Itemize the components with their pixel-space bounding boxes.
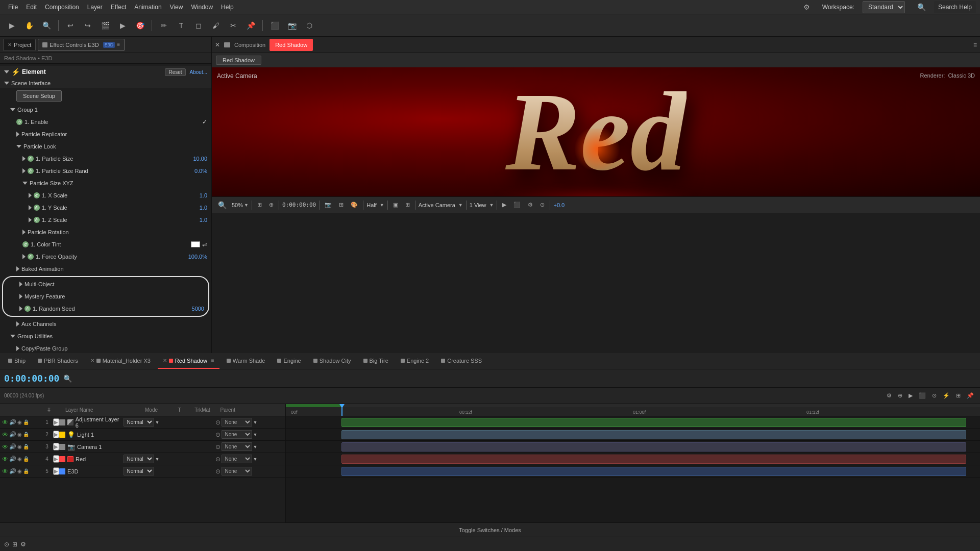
timeline-ctrl-2[interactable]: ⊕	[896, 391, 904, 400]
particle-replicator-row[interactable]: Particle Replicator	[0, 128, 211, 140]
tab-effect-controls[interactable]: Effect Controls E3D E3D ≡	[38, 39, 125, 51]
region-icon[interactable]: ▣	[391, 201, 400, 209]
z-scale-value[interactable]: 1.0	[200, 217, 207, 223]
timeline-ctrl-8[interactable]: 📌	[965, 391, 976, 400]
hand-tool[interactable]: ✋	[21, 18, 37, 33]
random-seed-value[interactable]: 5000	[192, 306, 204, 312]
red-shadow-close-icon[interactable]: ✕	[163, 358, 167, 363]
red-shadow-tab-menu[interactable]: ≡	[211, 358, 214, 363]
grid-icon[interactable]: ⊞	[337, 201, 346, 209]
particle-look-row[interactable]: Particle Look	[0, 140, 211, 153]
force-opacity-value[interactable]: 100.0%	[188, 254, 207, 260]
y-scale-value[interactable]: 1.0	[200, 205, 207, 211]
layer-4-mode-arrow[interactable]: ▼	[155, 457, 160, 462]
reset-view-icon[interactable]: ⊙	[538, 201, 547, 209]
particle-size-rand-value[interactable]: 0.0%	[194, 168, 207, 174]
clone-tool[interactable]: ✂	[226, 18, 241, 33]
layer-2-parent-arrow[interactable]: ▼	[253, 432, 258, 437]
workspace-dropdown[interactable]: Standard	[863, 1, 905, 13]
tab-ship[interactable]: Ship	[3, 354, 31, 369]
layer-2-visibility[interactable]: 👁	[2, 431, 8, 438]
baked-animation-row[interactable]: Baked Animation	[0, 263, 211, 275]
layer-3-audio[interactable]: 🔊	[9, 443, 16, 450]
layer-1-parent-select[interactable]: None	[222, 418, 252, 427]
view-count-arrow[interactable]: ▼	[489, 203, 494, 208]
comp-tab-red-shadow[interactable]: Red Shadow	[270, 39, 313, 51]
render-queue-icon[interactable]: ▶	[500, 201, 508, 209]
particle-size-xyz-row[interactable]: Particle Size XYZ	[0, 177, 211, 189]
toggle-switches-label[interactable]: Toggle Switches / Modes	[459, 527, 521, 533]
x-scale-row[interactable]: ⏱ 1. X Scale 1.0	[0, 189, 211, 202]
search-help-button[interactable]: Search Help	[934, 1, 976, 13]
tab-project[interactable]: ✕ Project	[3, 39, 36, 51]
layer-3-solo[interactable]: ◉	[17, 444, 22, 449]
layer-5-expand[interactable]: ▶	[53, 467, 59, 475]
reset-button[interactable]: Reset	[165, 68, 185, 76]
timecode-main[interactable]: 0:00:00:00	[4, 373, 59, 384]
menu-edit[interactable]: Edit	[22, 3, 41, 12]
layer-row-3[interactable]: 👁 🔊 ◉ 🔒 3 ▶ 📷 Camera 1	[0, 441, 285, 453]
layer-3-parent-arrow[interactable]: ▼	[253, 444, 258, 449]
layer-1-parent-arrow[interactable]: ▼	[253, 420, 258, 425]
checker-icon[interactable]: ⊞	[403, 201, 412, 209]
layer-4-parent-arrow[interactable]: ▼	[253, 457, 258, 462]
about-button[interactable]: About...	[190, 69, 207, 75]
layer-2-solo[interactable]: ◉	[17, 432, 22, 437]
align-tool[interactable]: ⬛	[267, 18, 282, 33]
layer-3-parent-select[interactable]: None	[222, 442, 252, 451]
zoom-value[interactable]: 50%	[232, 202, 243, 208]
tab-warm-shade[interactable]: Warm Shade	[222, 354, 271, 369]
layer-1-solo[interactable]: ◉	[17, 419, 22, 425]
tab-shadow-city[interactable]: Shadow City	[308, 354, 356, 369]
tab-red-shadow[interactable]: ✕ Red Shadow ≡	[158, 354, 219, 369]
tab-engine2[interactable]: Engine 2	[396, 354, 434, 369]
menu-composition[interactable]: Composition	[41, 3, 83, 12]
layer-1-mode-arrow[interactable]: ▼	[155, 420, 160, 425]
bottom-ctrl-1[interactable]: ⊙	[4, 541, 9, 548]
comp-settings[interactable]: 🎬	[97, 18, 113, 33]
frame-icon[interactable]: ⊞	[255, 201, 264, 209]
track-bar-3[interactable]	[341, 442, 966, 452]
timecode-display[interactable]: 0:00:00:00	[282, 202, 316, 208]
timeline-ctrl-7[interactable]: ⊞	[954, 391, 963, 400]
layer-4-mode-select[interactable]: Normal	[124, 455, 154, 463]
plus-value[interactable]: +0.0	[553, 202, 565, 208]
layer-1-visibility[interactable]: 👁	[2, 419, 8, 426]
3d-tool[interactable]: ⬡	[302, 18, 317, 33]
track-bar-2[interactable]	[341, 430, 966, 439]
menu-file[interactable]: File	[4, 3, 22, 12]
menu-window[interactable]: Window	[187, 3, 217, 12]
layer-1-mode-select[interactable]: Normal	[124, 418, 154, 427]
layer-1-expand[interactable]: ▶	[53, 418, 59, 426]
group-utilities-row[interactable]: Group Utilities	[0, 330, 211, 342]
scene-setup-button[interactable]: Scene Setup	[16, 90, 62, 102]
layer-row-1[interactable]: 👁 🔊 ◉ 🔒 1 ▶ Adjustment Layer 6	[0, 416, 285, 429]
timeline-ctrl-1[interactable]: ⚙	[885, 391, 894, 400]
view-count-label[interactable]: 1 View	[470, 202, 486, 208]
bottom-ctrl-2[interactable]: ⊞	[12, 541, 17, 548]
timeline-track[interactable]: 00f 00:12f 01:00f 01:12f	[286, 404, 980, 522]
undo-btn[interactable]: ↩	[63, 18, 78, 33]
tab-creature-sss[interactable]: Creature SSS	[436, 354, 487, 369]
magnify-icon[interactable]: 🔍	[216, 200, 229, 210]
timeline-ctrl-3[interactable]: ▶	[906, 391, 915, 400]
layer-2-audio[interactable]: 🔊	[9, 431, 16, 438]
layer-5-mode-select[interactable]: Normal	[124, 467, 154, 475]
camera-icon[interactable]: 📷	[323, 201, 334, 209]
color-tint-swatch[interactable]	[191, 241, 200, 247]
tab-engine[interactable]: Engine	[272, 354, 306, 369]
pen-tool[interactable]: ✏	[156, 18, 172, 33]
ec-close-icon[interactable]: ≡	[117, 42, 120, 47]
particle-size-rand-row[interactable]: ⏱ 1. Particle Size Rand 0.0%	[0, 165, 211, 177]
color-tint-row[interactable]: ⏱ 1. Color Tint ⇌	[0, 238, 211, 251]
y-scale-row[interactable]: ⏱ 1. Y Scale 1.0	[0, 202, 211, 214]
layer-4-solo[interactable]: ◉	[17, 456, 22, 462]
comp-viewer[interactable]: Active Camera Renderer: Classic 3D Red	[212, 67, 980, 196]
comp-close-icon[interactable]: ✕	[215, 41, 220, 48]
red-shadow-tab[interactable]: Red Shadow	[216, 56, 261, 65]
multi-object-row[interactable]: Multi-Object	[3, 278, 208, 290]
tab-pbr-shaders[interactable]: PBR Shaders	[33, 354, 83, 369]
enable-row[interactable]: ⏱ 1. Enable ✓	[0, 116, 211, 128]
shape-tool[interactable]: ◻	[191, 18, 206, 33]
particle-rotation-row[interactable]: Particle Rotation	[0, 226, 211, 238]
